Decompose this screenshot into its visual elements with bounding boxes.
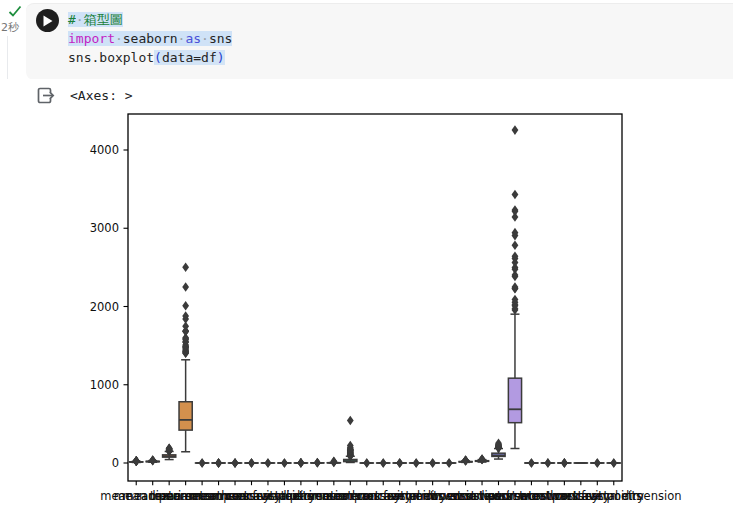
code-line: #·箱型圖 (68, 10, 725, 29)
code-token: · (115, 31, 123, 46)
y-tick-label: 4000 (90, 143, 119, 157)
x-tick-label: worst fractal dimension (546, 489, 681, 503)
y-tick-label: 2000 (90, 300, 119, 314)
code-cell[interactable]: #·箱型圖import·seaborn·as·snssns.boxplot(da… (26, 3, 733, 80)
code-token: 箱型圖 (84, 12, 123, 27)
code-token: # (68, 12, 76, 27)
boxplot-figure: 01000200030004000mean radiusmean texture… (60, 108, 733, 529)
exec-time-label: 2秒 (1, 20, 26, 35)
y-tick-label: 3000 (90, 221, 119, 235)
y-tick-label: 1000 (90, 378, 119, 392)
run-cell-button[interactable] (36, 9, 59, 32)
code-token: seaborn (123, 31, 178, 46)
cell-output-icon (37, 87, 55, 104)
code-token: ( (154, 50, 162, 65)
code-token: · (201, 31, 209, 46)
code-token: sns (209, 31, 232, 46)
code-line: sns.boxplot(data=df) (68, 48, 725, 67)
code-token: sns.boxplot (68, 50, 154, 65)
cell-exec-status: 2秒 (0, 4, 26, 35)
code-token: data=df (162, 50, 217, 65)
output-header: <Axes: > (37, 87, 133, 104)
code-token: · (76, 12, 84, 27)
code-token: import (68, 31, 115, 46)
output-area: <Axes: > 01000200030004000mean radiusmea… (0, 79, 733, 529)
y-tick-label: 0 (112, 456, 119, 470)
axes-repr-text: <Axes: > (70, 88, 133, 103)
code-token: ) (217, 50, 225, 65)
code-token: as (185, 31, 201, 46)
colab-notebook: 2秒 #·箱型圖import·seaborn·as·snssns.boxplot… (0, 0, 733, 529)
play-icon (42, 15, 53, 27)
success-check-icon (7, 4, 23, 18)
code-editor[interactable]: #·箱型圖import·seaborn·as·snssns.boxplot(da… (68, 10, 725, 67)
code-line: import·seaborn·as·sns (68, 29, 725, 48)
